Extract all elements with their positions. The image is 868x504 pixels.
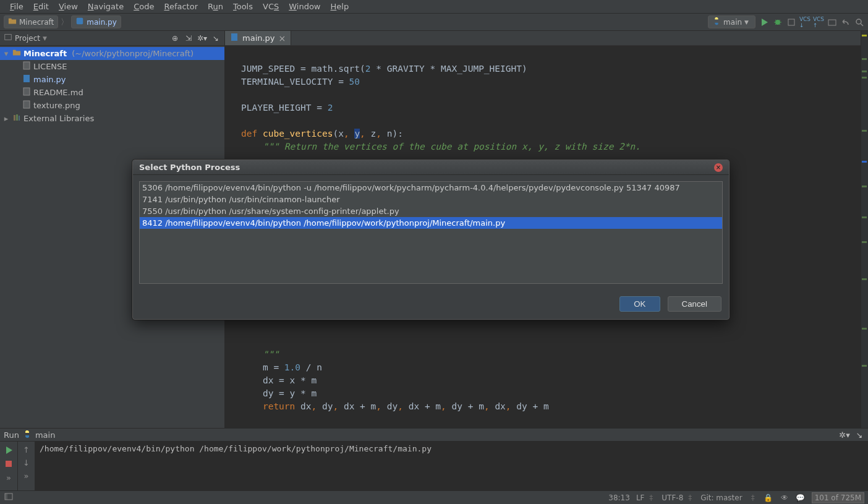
- status-memory-indicator[interactable]: 101 of 725M: [812, 492, 864, 503]
- svg-rect-12: [19, 116, 20, 121]
- run-tool-label[interactable]: Run: [4, 430, 19, 440]
- tree-file-texture[interactable]: texture.png: [0, 99, 224, 112]
- dropdown-arrow-icon: ▼: [744, 19, 749, 25]
- menu-file[interactable]: File: [5, 1, 28, 12]
- svg-rect-14: [6, 461, 12, 467]
- process-list-item[interactable]: 7141 /usr/bin/python /usr/bin/cinnamon-l…: [140, 194, 722, 205]
- tool-windows-toggle-icon[interactable]: [4, 492, 14, 502]
- tree-external-label: External Libraries: [23, 114, 94, 123]
- menu-code[interactable]: Code: [129, 1, 159, 12]
- project-tree[interactable]: Minecraft (~/work/pythonproj/Minecraft) …: [0, 46, 224, 125]
- folder-icon: [8, 17, 17, 27]
- more-icon[interactable]: »: [24, 471, 29, 481]
- up-arrow-icon[interactable]: ↑: [23, 445, 30, 455]
- svg-rect-5: [5, 35, 12, 40]
- project-tool-header: Project ▼ ⊕ ⇲ ✲▾ ↘: [0, 31, 224, 46]
- editor-tabs: main.py ×: [225, 31, 868, 46]
- svg-point-4: [856, 19, 861, 24]
- dialog-title-text: Select Python Process: [139, 163, 240, 172]
- undo-button[interactable]: [841, 17, 851, 27]
- ok-button[interactable]: OK: [619, 296, 660, 312]
- cancel-button[interactable]: Cancel: [668, 296, 722, 312]
- rerun-button[interactable]: [4, 445, 14, 455]
- breadcrumb-file[interactable]: main.py: [71, 15, 121, 28]
- editor-tab-main[interactable]: main.py ×: [225, 31, 291, 45]
- svg-rect-3: [828, 20, 836, 25]
- menu-view[interactable]: View: [54, 1, 83, 12]
- breadcrumb-project[interactable]: Minecraft: [4, 15, 58, 28]
- down-arrow-icon[interactable]: ↓: [23, 458, 30, 468]
- more-icon[interactable]: »: [4, 472, 14, 482]
- tree-project-root[interactable]: Minecraft (~/work/pythonproj/Minecraft): [0, 47, 224, 60]
- collapse-all-icon[interactable]: ⇲: [184, 33, 194, 43]
- debug-button[interactable]: [773, 17, 783, 27]
- dropdown-arrow-icon[interactable]: ▼: [43, 35, 47, 41]
- tree-file-label: main.py: [33, 75, 66, 84]
- project-tool-title: Project: [15, 34, 40, 43]
- run-configuration-selector[interactable]: main ▼: [708, 15, 755, 28]
- tree-file-label: LICENSE: [33, 62, 67, 71]
- text-file-icon: [22, 61, 31, 72]
- process-list-item-selected[interactable]: 8412 /home/filippov/evenv4/bin/python /h…: [140, 217, 722, 229]
- gear-icon[interactable]: ✲▾: [840, 430, 849, 440]
- tree-file-main[interactable]: main.py: [0, 73, 224, 86]
- svg-rect-16: [5, 493, 7, 500]
- run-config-name[interactable]: main: [35, 430, 55, 440]
- menu-vcs[interactable]: VCS: [258, 1, 284, 12]
- dialog-close-button[interactable]: ×: [714, 163, 723, 172]
- python-file-icon: [230, 33, 239, 43]
- breadcrumb-project-label: Minecraft: [19, 18, 54, 27]
- breadcrumb-sep: 〉: [61, 17, 69, 28]
- hide-tool-window-icon[interactable]: ↘: [854, 430, 864, 440]
- breadcrumbs: Minecraft 〉 main.py: [4, 15, 121, 28]
- tool-window-icon: [4, 33, 12, 43]
- menu-run[interactable]: Run: [203, 1, 228, 12]
- vcs-commit-button[interactable]: VCS↑: [814, 17, 823, 27]
- run-button[interactable]: [759, 17, 769, 27]
- scroll-from-source-icon[interactable]: ⊕: [170, 33, 180, 43]
- process-list-item[interactable]: 7550 /usr/bin/python /usr/share/system-c…: [140, 205, 722, 217]
- menu-window[interactable]: Window: [284, 1, 325, 12]
- menu-help[interactable]: Help: [326, 1, 354, 12]
- gear-icon[interactable]: ✲▾: [197, 33, 207, 43]
- coverage-button[interactable]: [786, 17, 796, 27]
- expand-icon[interactable]: [2, 114, 10, 123]
- tree-file-label: README.md: [33, 88, 83, 97]
- hide-tool-window-icon[interactable]: ↘: [211, 33, 221, 43]
- status-line-separator[interactable]: LF: [636, 493, 645, 502]
- status-encoding[interactable]: UTF-8: [662, 493, 683, 502]
- notification-icon[interactable]: 💬: [796, 493, 806, 503]
- python-icon: [23, 430, 32, 440]
- tree-external-libraries[interactable]: External Libraries: [0, 112, 224, 125]
- close-tab-icon[interactable]: ×: [279, 33, 286, 43]
- run-tool-tab-bar: Run main ✲▾ ↘: [0, 428, 868, 442]
- menu-navigate[interactable]: Navigate: [83, 1, 129, 12]
- open-button[interactable]: [827, 17, 837, 27]
- python-icon: [712, 17, 721, 27]
- inspection-eye-icon[interactable]: 👁: [780, 493, 789, 503]
- menu-edit[interactable]: Edit: [28, 1, 54, 12]
- expand-icon[interactable]: [2, 49, 10, 58]
- vcs-update-button[interactable]: VCS↓: [800, 17, 810, 27]
- menu-tools[interactable]: Tools: [228, 1, 258, 12]
- run-config-label: main: [723, 18, 742, 27]
- console-output-line: /home/filippov/evenv4/bin/python /home/f…: [40, 444, 432, 453]
- editor-tab-label: main.py: [242, 33, 275, 43]
- search-everywhere-button[interactable]: [854, 17, 864, 27]
- process-list-item[interactable]: 5306 /home/filippov/evenv4/bin/python -u…: [140, 182, 722, 194]
- navbar: Minecraft 〉 main.py main ▼ VCS↓ VCS↑: [0, 14, 868, 31]
- lock-icon[interactable]: 🔒: [764, 493, 773, 503]
- process-list[interactable]: 5306 /home/filippov/evenv4/bin/python -u…: [139, 181, 723, 284]
- breadcrumb-file-label: main.py: [87, 18, 117, 27]
- menu-refactor[interactable]: Refactor: [159, 1, 203, 12]
- dialog-titlebar[interactable]: Select Python Process ×: [133, 160, 729, 175]
- status-git-branch[interactable]: Git: master: [700, 493, 742, 502]
- select-process-dialog: Select Python Process × 5306 /home/filip…: [132, 160, 730, 320]
- tree-file-license[interactable]: LICENSE: [0, 60, 224, 73]
- editor-error-stripe[interactable]: [861, 31, 868, 428]
- tree-file-readme[interactable]: README.md: [0, 86, 224, 99]
- stop-button[interactable]: [4, 459, 14, 469]
- toolbar-right: main ▼ VCS↓ VCS↑: [708, 15, 864, 28]
- svg-rect-11: [16, 114, 18, 121]
- status-caret-position[interactable]: 38:13: [608, 493, 630, 502]
